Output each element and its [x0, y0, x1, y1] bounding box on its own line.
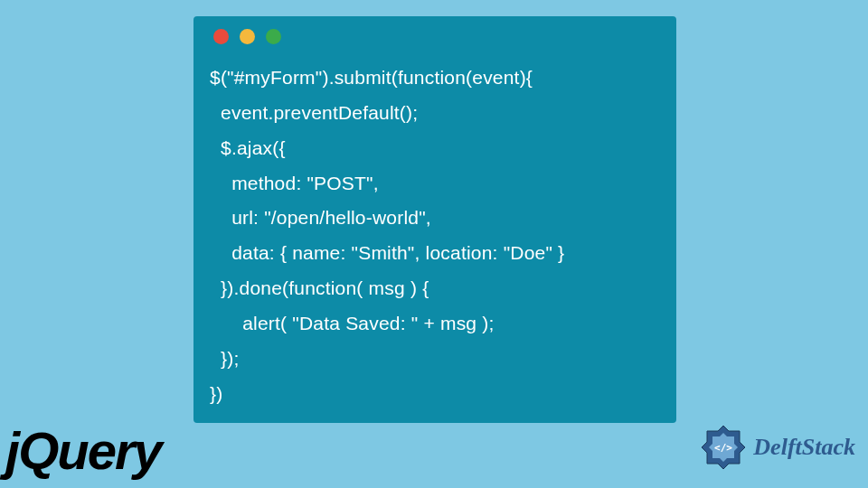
delftstack-text: DelftStack — [753, 434, 855, 461]
code-block: $("#myForm").submit(function(event){ eve… — [210, 61, 660, 411]
svg-text:</>: </> — [714, 442, 732, 454]
traffic-lights — [210, 29, 660, 44]
maximize-icon — [266, 29, 281, 44]
delftstack-icon: </> — [699, 423, 748, 472]
delftstack-logo: </> DelftStack — [699, 423, 855, 472]
code-window: $("#myForm").submit(function(event){ eve… — [193, 16, 676, 423]
close-icon — [213, 29, 229, 44]
minimize-icon — [240, 29, 255, 44]
jquery-logo: jQuery — [5, 420, 161, 481]
